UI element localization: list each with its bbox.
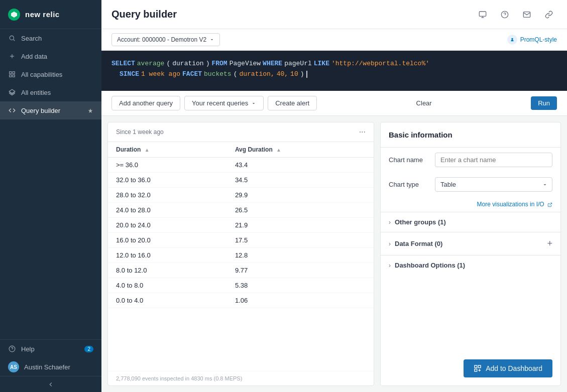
right-panel: Basic information Chart name Chart type … bbox=[380, 122, 561, 386]
promql-style-link[interactable]: PromQL-style bbox=[507, 35, 557, 45]
clear-button[interactable]: Clear bbox=[409, 96, 439, 110]
recent-queries-button[interactable]: Your recent queries bbox=[184, 96, 264, 110]
sidebar-item-query-builder[interactable]: Query builder bbox=[0, 101, 101, 119]
column-avg-duration-header: Avg Duration ▲ bbox=[227, 142, 374, 158]
page-header: Query builder bbox=[101, 0, 567, 29]
duration-cell: 4.0 to 8.0 bbox=[108, 278, 227, 293]
avg-duration-cell: 34.5 bbox=[227, 173, 374, 188]
sidebar-item-query-builder-label: Query builder bbox=[21, 107, 60, 114]
link-icon-button[interactable] bbox=[541, 7, 557, 23]
avg-duration-cell: 1.06 bbox=[227, 293, 374, 308]
monitor-icon-button[interactable] bbox=[475, 7, 491, 23]
help-icon bbox=[8, 345, 16, 353]
query-where-keyword: WHERE bbox=[263, 59, 282, 69]
run-button[interactable]: Run bbox=[531, 96, 557, 110]
query-select-keyword: SELECT bbox=[111, 59, 135, 69]
table-row: 32.0 to 36.0 34.5 bbox=[108, 173, 374, 188]
help-badge: 2 bbox=[84, 346, 93, 352]
svg-rect-8 bbox=[13, 75, 15, 77]
create-alert-button[interactable]: Create alert bbox=[268, 96, 317, 110]
results-panel: Since 1 week ago ··· Duration ▲ Avg Dura… bbox=[107, 122, 374, 386]
dashboard-options-section[interactable]: › Dashboard Options (1) bbox=[381, 255, 560, 275]
help-circle-icon-button[interactable] bbox=[497, 7, 513, 23]
svg-point-1 bbox=[10, 36, 14, 40]
query-from-keyword: FROM bbox=[211, 59, 227, 69]
io-link: More visualizations in I/O bbox=[381, 197, 560, 212]
data-format-add-icon[interactable]: + bbox=[547, 238, 552, 249]
promql-label: PromQL-style bbox=[520, 36, 557, 43]
svg-rect-19 bbox=[475, 365, 477, 368]
data-format-section[interactable]: › Data Format (0) + bbox=[381, 232, 560, 255]
sidebar: new relic Search Add data All capabiliti… bbox=[0, 0, 101, 392]
sidebar-item-help-label: Help bbox=[21, 345, 35, 353]
page-title: Query builder bbox=[111, 9, 177, 20]
chart-name-input[interactable] bbox=[435, 153, 552, 167]
sidebar-item-search[interactable]: Search bbox=[0, 29, 101, 47]
other-groups-label: Other groups (1) bbox=[395, 218, 552, 226]
io-link-anchor[interactable]: More visualizations in I/O bbox=[477, 201, 552, 208]
table-row: 4.0 to 8.0 5.38 bbox=[108, 278, 374, 293]
collapse-sidebar-button[interactable] bbox=[0, 376, 101, 392]
sidebar-item-add-data[interactable]: Add data bbox=[0, 47, 101, 65]
panel-more-button[interactable]: ··· bbox=[359, 127, 366, 137]
sidebar-item-all-capabilities[interactable]: All capabilities bbox=[0, 65, 101, 83]
right-panel-title: Basic information bbox=[381, 122, 560, 148]
add-to-dashboard-label: Add to Dashboard bbox=[486, 364, 542, 372]
sidebar-item-add-data-label: Add data bbox=[21, 53, 47, 60]
table-row: 16.0 to 20.0 17.5 bbox=[108, 233, 374, 248]
duration-cell: 32.0 to 36.0 bbox=[108, 173, 227, 188]
mail-icon-button[interactable] bbox=[519, 7, 535, 23]
avg-duration-cell: 9.77 bbox=[227, 263, 374, 278]
avg-duration-cell: 29.9 bbox=[227, 188, 374, 203]
duration-cell: 0.0 to 4.0 bbox=[108, 293, 227, 308]
sidebar-logo: new relic bbox=[0, 0, 101, 29]
chart-name-label: Chart name bbox=[389, 156, 429, 164]
dashboard-options-chevron: › bbox=[389, 262, 391, 269]
column-duration-header: Duration ▲ bbox=[108, 142, 227, 158]
sort-icon-2: ▲ bbox=[276, 147, 281, 153]
code-icon bbox=[8, 106, 16, 114]
svg-point-17 bbox=[511, 38, 513, 40]
table-row: 20.0 to 24.0 21.9 bbox=[108, 218, 374, 233]
chart-name-row: Chart name bbox=[381, 148, 560, 172]
logo-icon bbox=[8, 9, 20, 21]
account-selector[interactable]: Account: 0000000 - Demotron V2 bbox=[111, 33, 220, 46]
svg-marker-0 bbox=[11, 12, 17, 18]
svg-rect-21 bbox=[475, 369, 477, 371]
query-function: average bbox=[137, 59, 165, 69]
add-another-query-button[interactable]: Add another query bbox=[111, 96, 180, 110]
avg-duration-cell: 5.38 bbox=[227, 278, 374, 293]
pin-icon bbox=[87, 107, 93, 114]
query-facet-keyword: FACET bbox=[182, 69, 202, 80]
query-since-value: 1 week ago bbox=[141, 69, 180, 80]
sidebar-item-all-entities[interactable]: All entities bbox=[0, 83, 101, 101]
search-icon bbox=[8, 34, 16, 42]
query-string-value: 'http://webportal.telco%' bbox=[331, 59, 429, 69]
plus-icon bbox=[8, 52, 16, 60]
avg-duration-cell: 21.9 bbox=[227, 218, 374, 233]
sidebar-item-help[interactable]: Help 2 bbox=[0, 340, 101, 358]
svg-rect-20 bbox=[478, 365, 481, 368]
duration-cell: 8.0 to 12.0 bbox=[108, 263, 227, 278]
sidebar-item-user[interactable]: AS Austin Schaefer bbox=[0, 358, 101, 376]
query-editor[interactable]: SELECT average(duration) FROM PageView W… bbox=[101, 51, 567, 91]
add-to-dashboard-button[interactable]: Add to Dashboard bbox=[464, 359, 552, 377]
table-row: >= 36.0 43.4 bbox=[108, 158, 374, 173]
table-row: 28.0 to 32.0 29.9 bbox=[108, 188, 374, 203]
duration-cell: 16.0 to 20.0 bbox=[108, 233, 227, 248]
layers-icon bbox=[8, 88, 16, 96]
sidebar-item-all-capabilities-label: All capabilities bbox=[21, 71, 62, 78]
grid-icon bbox=[8, 70, 16, 78]
sort-icon: ▲ bbox=[145, 147, 150, 153]
svg-rect-6 bbox=[13, 72, 15, 74]
duration-cell: 12.0 to 16.0 bbox=[108, 248, 227, 263]
sidebar-item-search-label: Search bbox=[21, 35, 42, 42]
other-groups-section[interactable]: › Other groups (1) bbox=[381, 212, 560, 232]
duration-cell: >= 36.0 bbox=[108, 158, 227, 173]
avg-duration-cell: 12.8 bbox=[227, 248, 374, 263]
table-row: 12.0 to 16.0 12.8 bbox=[108, 248, 374, 263]
results-panel-header: Since 1 week ago ··· bbox=[108, 122, 374, 142]
chart-type-select[interactable]: Table Bar Line Area Pie bbox=[435, 177, 552, 192]
svg-line-18 bbox=[549, 203, 552, 205]
results-time-label: Since 1 week ago bbox=[116, 128, 164, 136]
